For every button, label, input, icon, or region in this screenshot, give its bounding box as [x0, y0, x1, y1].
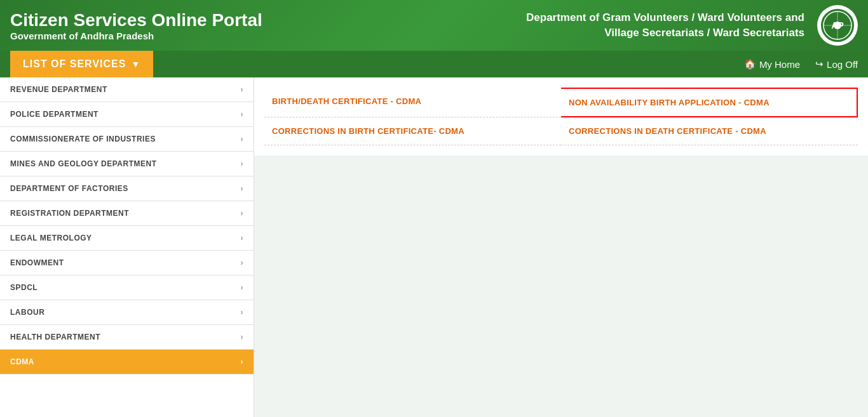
sidebar-item-label: LEGAL METROLOGY — [10, 234, 92, 242]
sidebar-item-label: MINES AND GEOLOGY DEPARTMENT — [10, 159, 156, 168]
sidebar-item-label: POLICE DEPARTMENT — [10, 110, 98, 119]
sidebar-item-label: DEPARTMENT OF FACTORIES — [10, 184, 128, 193]
service-correction-death[interactable]: CORRECTIONS IN DEATH CERTIFICATE - CDMA — [561, 117, 858, 145]
list-services-button[interactable]: LIST OF SERVICES ▼ — [10, 51, 153, 77]
govt-logo: AP — [817, 5, 858, 46]
sidebar-item-health[interactable]: HEALTH DEPARTMENT › — [0, 325, 254, 350]
service-birth-death[interactable]: BIRTH/DEATH CERTIFICATE - CDMA — [264, 88, 561, 117]
navbar-right: 🏠 My Home ↪ Log Off — [744, 58, 858, 70]
arrow-icon-active: › — [241, 357, 244, 366]
arrow-icon: › — [241, 234, 244, 242]
sidebar-item-label: REGISTRATION DEPARTMENT — [10, 209, 129, 218]
sidebar-item-police[interactable]: POLICE DEPARTMENT › — [0, 102, 254, 127]
home-icon: 🏠 — [744, 58, 756, 70]
arrow-icon: › — [241, 333, 244, 341]
arrow-icon: › — [241, 110, 244, 119]
header-left: Citizen Services Online Portal Governmen… — [10, 10, 262, 42]
sidebar-item-mines[interactable]: MINES AND GEOLOGY DEPARTMENT › — [0, 152, 254, 176]
sidebar-item-legal-metrology[interactable]: LEGAL METROLOGY › — [0, 226, 254, 251]
svg-text:AP: AP — [831, 20, 843, 30]
sidebar-item-factories[interactable]: DEPARTMENT OF FACTORIES › — [0, 176, 254, 201]
dept-name: Department of Gram Volunteers / Ward Vol… — [526, 10, 804, 41]
log-off-link[interactable]: ↪ Log Off — [815, 58, 858, 70]
arrow-icon: › — [241, 135, 244, 143]
sidebar-item-label: SPDCL — [10, 283, 37, 292]
sidebar-item-label: ENDOWMENT — [10, 258, 64, 267]
service-correction-birth[interactable]: CORRECTIONS IN BIRTH CERTIFICATE- CDMA — [264, 117, 561, 145]
portal-subtitle: Government of Andhra Pradesh — [10, 30, 262, 41]
arrow-icon: › — [241, 85, 244, 94]
header-right: Department of Gram Volunteers / Ward Vol… — [526, 5, 858, 46]
sidebar-item-label: CDMA — [10, 357, 34, 366]
arrow-icon: › — [241, 159, 244, 168]
sidebar-item-endowment[interactable]: ENDOWMENT › — [0, 251, 254, 275]
sidebar-item-industries[interactable]: COMMISSIONERATE OF INDUSTRIES › — [0, 127, 254, 152]
arrow-icon: › — [241, 258, 244, 267]
my-home-link[interactable]: 🏠 My Home — [744, 58, 800, 70]
arrow-icon: › — [241, 209, 244, 218]
sidebar-item-registration[interactable]: REGISTRATION DEPARTMENT › — [0, 201, 254, 226]
header: Citizen Services Online Portal Governmen… — [0, 0, 868, 51]
sidebar-item-label: LABOUR — [10, 308, 44, 317]
logoff-icon: ↪ — [815, 58, 824, 70]
portal-title: Citizen Services Online Portal — [10, 10, 262, 31]
arrow-icon: › — [241, 308, 244, 317]
services-grid: BIRTH/DEATH CERTIFICATE - CDMA NON AVAIL… — [254, 77, 868, 156]
sidebar-item-cdma[interactable]: CDMA › — [0, 350, 254, 374]
service-non-availability-birth[interactable]: NON AVAILABILITY BIRTH APPLICATION - CDM… — [561, 88, 858, 117]
arrow-icon: › — [241, 184, 244, 193]
sidebar-item-label: COMMISSIONERATE OF INDUSTRIES — [10, 135, 156, 143]
content-rest — [254, 156, 868, 409]
list-services-label: LIST OF SERVICES — [23, 58, 126, 70]
chevron-down-icon: ▼ — [131, 59, 140, 69]
sidebar-item-label: HEALTH DEPARTMENT — [10, 333, 100, 341]
sidebar-item-revenue[interactable]: REVENUE DEPARTMENT › — [0, 77, 254, 102]
sidebar: REVENUE DEPARTMENT › POLICE DEPARTMENT ›… — [0, 77, 254, 417]
arrow-icon: › — [241, 283, 244, 292]
navbar: LIST OF SERVICES ▼ 🏠 My Home ↪ Log Off — [0, 51, 868, 77]
sidebar-item-spdcl[interactable]: SPDCL › — [0, 275, 254, 300]
main-container: REVENUE DEPARTMENT › POLICE DEPARTMENT ›… — [0, 77, 868, 417]
sidebar-item-label: REVENUE DEPARTMENT — [10, 85, 107, 94]
content-area: BIRTH/DEATH CERTIFICATE - CDMA NON AVAIL… — [254, 77, 868, 417]
sidebar-item-labour[interactable]: LABOUR › — [0, 300, 254, 325]
